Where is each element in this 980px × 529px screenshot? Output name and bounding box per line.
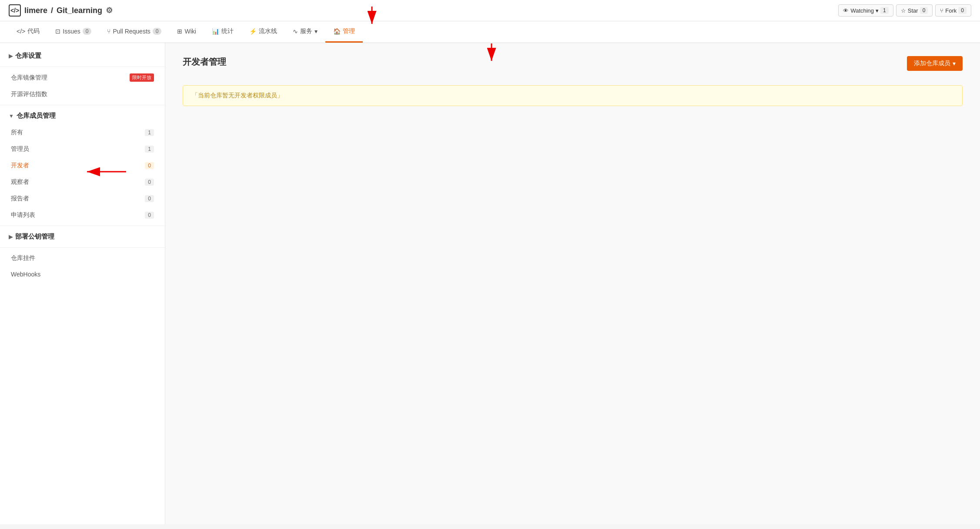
sidebar-item-all[interactable]: 所有 1 [0, 124, 165, 141]
sidebar-item-webhooks[interactable]: WebHooks [0, 266, 165, 282]
add-member-button[interactable]: 添加仓库成员 ▾ [907, 56, 963, 71]
tab-manage[interactable]: 🏠 管理 [325, 21, 363, 43]
star-label: Star [908, 7, 918, 14]
header-actions: 👁 Watching ▾ 1 ☆ Star 0 ⑂ Fork 0 [838, 4, 971, 17]
sidebar-item-observer[interactable]: 观察者 0 [0, 174, 165, 190]
apply-count: 0 [145, 212, 154, 219]
repo-owner: limere [24, 6, 47, 15]
page-title: 开发者管理 [183, 56, 226, 68]
gear-icon[interactable]: ⚙ [106, 6, 113, 15]
sidebar-section-member-manage[interactable]: ▼ 仓库成员管理 [0, 107, 165, 124]
chevron-right-icon-2: ▶ [9, 234, 13, 240]
chevron-right-icon: ▶ [9, 53, 13, 59]
page-header: </> limere / Git_learning ⚙ 👁 Watching ▾… [0, 0, 980, 21]
tab-stats[interactable]: 📊 统计 [204, 21, 241, 43]
tab-pipeline[interactable]: ⚡ 流水线 [241, 21, 285, 43]
fork-count: 0 [958, 7, 967, 14]
sidebar-item-repo-settings[interactable]: ▶ 仓库设置 [0, 47, 165, 64]
observer-count: 0 [145, 179, 154, 186]
content-header: 开发者管理 添加仓库成员 ▾ [183, 56, 963, 77]
reporter-count: 0 [145, 195, 154, 202]
pipeline-icon: ⚡ [249, 28, 257, 35]
notice-text: 「当前仓库暂无开发者权限成员」 [192, 92, 283, 99]
sidebar-item-reporter[interactable]: 报告者 0 [0, 190, 165, 207]
sidebar: ▶ 仓库设置 仓库镜像管理 限时开放 开源评估指数 ▼ 仓库成员管理 所有 [0, 43, 165, 524]
star-icon: ☆ [901, 7, 906, 14]
divider [0, 67, 165, 67]
issues-badge: 0 [83, 28, 92, 35]
divider-4 [0, 247, 165, 248]
manage-icon: 🏠 [333, 28, 341, 35]
stats-icon: 📊 [212, 28, 219, 35]
tab-code[interactable]: </> 代码 [9, 21, 47, 43]
eye-icon: 👁 [843, 7, 849, 14]
services-icon: ∿ [293, 28, 298, 35]
sidebar-item-deploy-key[interactable]: ▶ 部署公钥管理 [0, 228, 165, 245]
wiki-icon: ⊞ [177, 28, 182, 35]
divider-3 [0, 226, 165, 226]
admin-count: 1 [145, 146, 154, 153]
main-content: ▶ 仓库设置 仓库镜像管理 限时开放 开源评估指数 ▼ 仓库成员管理 所有 [0, 43, 980, 524]
repo-title: </> limere / Git_learning ⚙ [9, 4, 113, 17]
sidebar-item-repo-hooks[interactable]: 仓库挂件 [0, 250, 165, 266]
repo-icon: </> [9, 4, 21, 17]
fork-label: Fork [945, 7, 957, 14]
divider-2 [0, 105, 165, 105]
sidebar-item-apply-list[interactable]: 申请列表 0 [0, 207, 165, 223]
fork-button[interactable]: ⑂ Fork 0 [935, 4, 971, 17]
pr-badge: 0 [153, 28, 162, 35]
sidebar-item-admin[interactable]: 管理员 1 [0, 141, 165, 157]
chevron-down-icon-add: ▾ [953, 60, 956, 67]
repo-name: Git_learning [57, 6, 102, 15]
tab-services[interactable]: ∿ 服务 ▾ [285, 21, 325, 43]
chevron-down-icon: ▼ [9, 113, 14, 119]
code-icon: </> [17, 28, 25, 35]
issues-icon: ⊡ [55, 28, 60, 35]
star-count: 0 [920, 7, 928, 14]
tab-issues[interactable]: ⊡ Issues 0 [47, 21, 99, 43]
watching-label: Watching [850, 7, 874, 14]
footer: CSDN ©lim 翻滚 [0, 524, 980, 529]
notice-box: 「当前仓库暂无开发者权限成员」 [183, 85, 963, 106]
nav-tabs: </> 代码 ⊡ Issues 0 ⑂ Pull Requests 0 ⊞ Wi… [0, 21, 980, 43]
sidebar-item-open-source[interactable]: 开源评估指数 [0, 86, 165, 103]
content-area: 开发者管理 添加仓库成员 ▾ 「当前仓库暂无开发者权限成员」 [165, 43, 980, 524]
developer-count: 0 [145, 162, 154, 169]
watching-count: 1 [880, 7, 889, 14]
sidebar-item-developer[interactable]: 开发者 0 [0, 157, 165, 174]
services-chevron-icon: ▾ [314, 28, 318, 35]
star-button[interactable]: ☆ Star 0 [896, 4, 933, 17]
add-member-label: 添加仓库成员 [914, 60, 950, 67]
tab-pull-requests[interactable]: ⑂ Pull Requests 0 [99, 21, 169, 43]
pr-icon: ⑂ [107, 28, 110, 35]
all-count: 1 [145, 129, 154, 136]
fork-icon: ⑂ [940, 7, 943, 14]
watching-button[interactable]: 👁 Watching ▾ 1 [838, 4, 893, 17]
chevron-down-icon: ▾ [876, 7, 879, 14]
limited-badge: 限时开放 [130, 73, 154, 82]
sidebar-item-repo-mirror[interactable]: 仓库镜像管理 限时开放 [0, 69, 165, 86]
tab-wiki[interactable]: ⊞ Wiki [169, 21, 204, 43]
